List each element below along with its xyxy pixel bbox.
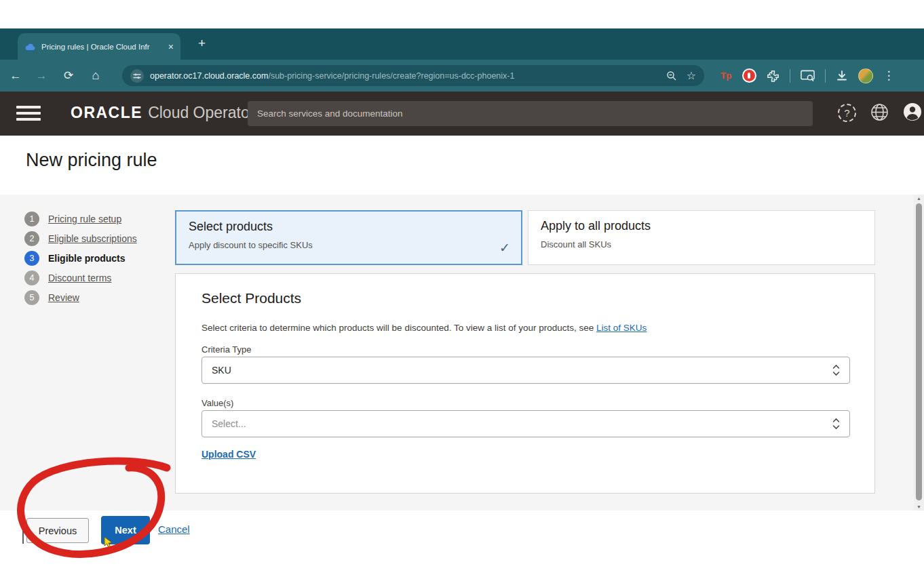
home-icon[interactable]: ⌂ bbox=[85, 60, 106, 92]
step-number: 2 bbox=[24, 231, 39, 246]
url-path: /sub-pricing-service/pricing-rules/creat… bbox=[268, 71, 514, 81]
footer-divider bbox=[22, 517, 24, 544]
upload-csv-link[interactable]: Upload CSV bbox=[201, 449, 256, 460]
url-address-bar[interactable]: operator.oc17.cloud.oracle.com/sub-prici… bbox=[122, 65, 704, 86]
tab-close-icon[interactable]: × bbox=[168, 42, 174, 52]
criteria-type-value: SKU bbox=[212, 365, 832, 376]
values-label: Value(s) bbox=[201, 398, 233, 408]
screen-search-icon[interactable] bbox=[801, 70, 815, 82]
site-settings-icon[interactable] bbox=[130, 69, 144, 83]
browser-profile-avatar[interactable] bbox=[858, 68, 873, 83]
scrollbar-thumb[interactable] bbox=[916, 203, 922, 500]
panel-heading: Select Products bbox=[201, 290, 301, 306]
oracle-logo: ORACLE bbox=[71, 104, 142, 121]
step-label[interactable]: Discount terms bbox=[48, 273, 111, 283]
list-of-skus-link[interactable]: List of SKUs bbox=[596, 323, 647, 333]
reload-icon[interactable]: ⟳ bbox=[58, 60, 79, 92]
blocker-extension-icon[interactable] bbox=[742, 68, 756, 83]
values-select[interactable]: Select... bbox=[201, 410, 850, 437]
card-subtitle: Discount all SKUs bbox=[541, 239, 862, 249]
screenshot-canvas: Pricing rules | Oracle Cloud Infr × + × … bbox=[0, 0, 924, 579]
select-chevrons-icon bbox=[832, 363, 840, 377]
step-eligible-products[interactable]: 3 Eligible products bbox=[24, 251, 137, 266]
toolbar-divider bbox=[825, 69, 826, 83]
browser-tab[interactable]: Pricing rules | Oracle Cloud Infr × bbox=[18, 33, 180, 60]
new-tab-button[interactable]: + bbox=[198, 36, 206, 51]
criteria-type-select[interactable]: SKU bbox=[201, 357, 850, 384]
scroll-down-icon[interactable]: ▼ bbox=[914, 504, 924, 509]
help-icon[interactable]: ? bbox=[838, 104, 856, 122]
step-number: 5 bbox=[24, 290, 39, 305]
scroll-up-icon[interactable]: ▲ bbox=[914, 196, 924, 201]
step-label[interactable]: Review bbox=[48, 292, 79, 303]
step-eligible-subscriptions[interactable]: 2 Eligible subscriptions bbox=[24, 231, 137, 246]
panel-description: Select criteria to determine which produ… bbox=[201, 323, 647, 333]
hamburger-menu-icon[interactable] bbox=[16, 106, 41, 121]
select-products-panel: Select Products Select criteria to deter… bbox=[175, 273, 875, 494]
browser-toolbar: ← → ⟳ ⌂ operator.oc17.cloud.oracle.com/s… bbox=[0, 60, 924, 92]
wizard-steps: 1 Pricing rule setup 2 Eligible subscrip… bbox=[24, 212, 137, 305]
back-icon[interactable]: ← bbox=[5, 60, 26, 92]
zoom-icon[interactable] bbox=[666, 71, 677, 81]
search-input[interactable] bbox=[248, 101, 813, 126]
next-button[interactable]: Next bbox=[101, 516, 150, 544]
card-apply-all-products[interactable]: Apply to all products Discount all SKUs bbox=[528, 210, 875, 265]
page-scrollbar[interactable]: ▲ ▼ bbox=[914, 195, 924, 511]
step-label: Eligible products bbox=[48, 253, 126, 264]
cancel-link[interactable]: Cancel bbox=[158, 523, 190, 535]
previous-button[interactable]: Previous bbox=[26, 518, 89, 543]
tp-extension-icon[interactable]: Tp bbox=[720, 71, 732, 81]
oracle-brand: ORACLECloud Operator bbox=[71, 104, 254, 122]
step-discount-terms[interactable]: 4 Discount terms bbox=[24, 271, 137, 285]
values-placeholder: Select... bbox=[212, 418, 832, 429]
cloud-favicon-icon bbox=[24, 43, 36, 51]
oracle-header: ORACLECloud Operator ? bbox=[0, 92, 924, 136]
url-host: operator.oc17.cloud.oracle.com bbox=[150, 71, 268, 81]
description-text: Select criteria to determine which produ… bbox=[201, 323, 596, 333]
criteria-type-label: Criteria Type bbox=[201, 344, 251, 355]
step-pricing-rule-setup[interactable]: 1 Pricing rule setup bbox=[24, 212, 137, 226]
puzzle-extensions-icon[interactable] bbox=[767, 69, 779, 82]
bookmark-star-icon[interactable]: ☆ bbox=[687, 69, 696, 82]
step-label[interactable]: Pricing rule setup bbox=[48, 214, 121, 224]
page-title: New pricing rule bbox=[26, 150, 157, 171]
browser-tab-bar: Pricing rules | Oracle Cloud Infr × + × bbox=[0, 28, 924, 60]
extensions-row: Tp ⋮ bbox=[720, 60, 895, 92]
toolbar-divider bbox=[790, 69, 790, 83]
url-text[interactable]: operator.oc17.cloud.oracle.com/sub-prici… bbox=[150, 71, 660, 81]
browser-menu-icon[interactable]: ⋮ bbox=[883, 68, 895, 83]
user-profile-icon[interactable] bbox=[903, 102, 922, 124]
globe-icon[interactable] bbox=[870, 103, 889, 124]
card-title: Apply to all products bbox=[541, 219, 862, 233]
card-title: Select products bbox=[189, 220, 509, 234]
card-select-products[interactable]: Select products Apply discount to specif… bbox=[175, 210, 522, 265]
step-review[interactable]: 5 Review bbox=[24, 290, 137, 305]
tab-title: Pricing rules | Oracle Cloud Infr bbox=[41, 43, 163, 51]
forward-icon[interactable]: → bbox=[31, 60, 52, 92]
step-number: 4 bbox=[24, 271, 39, 285]
brand-suffix: Cloud Operator bbox=[148, 104, 254, 121]
download-icon[interactable] bbox=[836, 70, 848, 82]
step-label[interactable]: Eligible subscriptions bbox=[48, 233, 137, 244]
select-chevrons-icon bbox=[832, 417, 840, 431]
step-number: 1 bbox=[24, 212, 39, 226]
step-number: 3 bbox=[24, 251, 39, 266]
selected-check-icon: ✓ bbox=[499, 240, 510, 256]
card-subtitle: Apply discount to specific SKUs bbox=[189, 240, 509, 250]
